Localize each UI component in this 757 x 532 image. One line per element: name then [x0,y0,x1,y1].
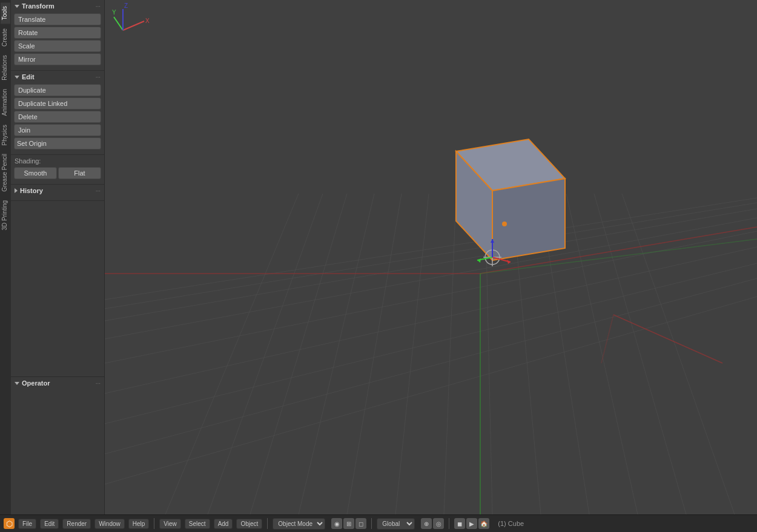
history-section: History ··· [11,185,104,201]
xray-icon[interactable]: ◻ [355,518,366,529]
statusbar: ⬡ File Edit Render Window Help View Sele… [0,514,757,532]
object-menu-button[interactable]: Object [236,519,262,529]
smooth-button[interactable]: Smooth [14,167,57,179]
history-dots: ··· [96,188,101,194]
tab-3d-printing[interactable]: 3D Printing [1,197,10,234]
svg-text:X: X [145,18,150,24]
operator-title: Operator [22,379,50,387]
transform-section: Transform ··· Translate Rotate Scale Mir… [11,0,104,71]
shading-row: Smooth Flat [14,167,101,179]
operator-arrow-icon [15,382,19,385]
mirror-button[interactable]: Mirror [14,53,101,65]
left-tabs-panel: Tools Create Relations Animation Physics… [0,0,11,514]
transform-arrow-icon [15,5,19,8]
cube-info-label: (1) Cube [498,520,524,527]
edit-arrow-icon [15,76,19,79]
transform-header[interactable]: Transform ··· [11,0,104,12]
svg-text:Z: Z [124,2,128,9]
mode-select[interactable]: Object Mode Edit Mode Sculpt Mode [273,518,325,530]
duplicate-linked-button[interactable]: Duplicate Linked [14,97,101,110]
tab-relations[interactable]: Relations [1,51,10,84]
edit-dots: ··· [96,74,101,80]
set-origin-select[interactable]: Set Origin Geometry to Origin Origin to … [14,137,101,149]
operator-section: Operator ··· [11,376,105,514]
transform-global-select[interactable]: Global Local Normal [377,518,415,530]
output-icon[interactable]: ▶ [466,518,477,529]
tab-tools[interactable]: Tools [1,2,10,24]
tab-grease-pencil[interactable]: Grease Pencil [1,150,10,195]
join-button[interactable]: Join [14,124,101,136]
view-menu-button[interactable]: View [159,519,181,529]
scene-icon[interactable]: 🏠 [478,518,489,529]
help-menu-button[interactable]: Help [128,519,150,529]
separator-3 [371,518,372,529]
axis-indicator: X Y Z [111,0,757,514]
render-settings-icon[interactable]: ◼ [454,518,465,529]
shading-section: Shading: Smooth Flat [11,155,104,185]
add-menu-button[interactable]: Add [214,519,233,529]
scale-button[interactable]: Scale [14,40,101,52]
window-menu-button[interactable]: Window [94,519,125,529]
snap-icon[interactable]: ⊕ [421,518,432,529]
rotate-button[interactable]: Rotate [14,27,101,39]
blender-icon[interactable]: ⬡ [4,518,15,529]
edit-title: Edit [22,73,35,80]
set-origin-row: Set Origin Geometry to Origin Origin to … [14,137,101,149]
delete-button[interactable]: Delete [14,111,101,123]
svg-line-44 [114,17,123,30]
tab-create[interactable]: Create [1,25,10,50]
edit-header[interactable]: Edit ··· [11,71,104,83]
select-menu-button[interactable]: Select [185,519,210,529]
overlay-icon[interactable]: ⊞ [343,518,354,529]
edit-section: Edit ··· Duplicate Duplicate Linked Dele… [11,71,104,155]
separator-1 [154,518,154,529]
3d-viewport[interactable]: User Persp [105,0,757,514]
history-title: History [20,187,43,194]
flat-button[interactable]: Flat [58,167,101,179]
transform-title: Transform [22,2,55,10]
tab-animation[interactable]: Animation [1,85,10,119]
file-menu-button[interactable]: File [18,519,36,529]
tab-physics[interactable]: Physics [1,121,10,149]
history-arrow-icon [15,188,18,193]
separator-2 [267,518,268,529]
svg-line-42 [123,21,144,30]
render-menu-button[interactable]: Render [62,519,91,529]
transform-dots: ··· [96,3,101,10]
separator-4 [449,518,449,529]
translate-button[interactable]: Translate [14,13,101,25]
proportional-icon[interactable]: ◎ [433,518,444,529]
duplicate-button[interactable]: Duplicate [14,84,101,96]
shading-label: Shading: [11,155,104,166]
history-header[interactable]: History ··· [11,185,104,197]
viewport-shading-icon[interactable]: ◉ [331,518,342,529]
operator-dots: ··· [96,380,101,387]
edit-menu-button[interactable]: Edit [40,519,59,529]
operator-header[interactable]: Operator ··· [11,377,104,389]
svg-text:Y: Y [112,9,116,16]
